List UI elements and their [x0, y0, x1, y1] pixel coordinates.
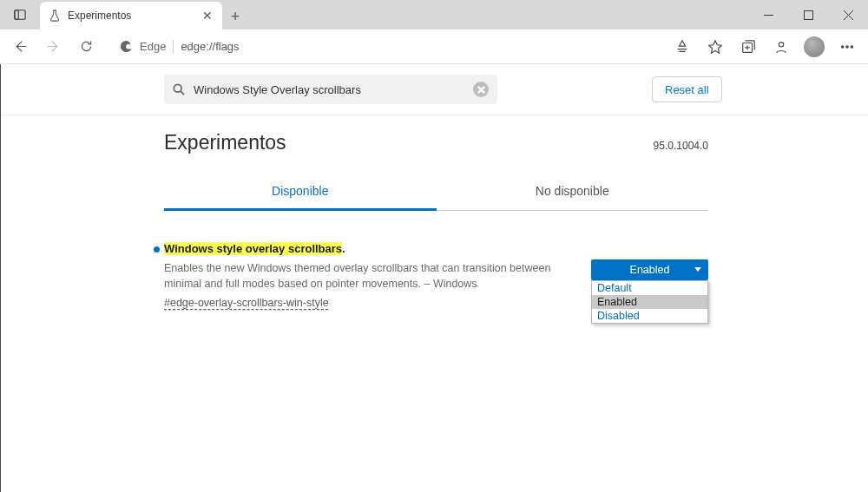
flag-description: Enables the new Windows themed overlay s… — [164, 260, 563, 292]
svg-rect-1 — [15, 10, 18, 20]
nav-forward-button[interactable] — [38, 33, 68, 61]
read-aloud-icon[interactable] — [667, 33, 698, 61]
modified-indicator-icon — [154, 246, 160, 253]
window-close-button[interactable] — [828, 0, 868, 30]
flag-title-suffix: . — [342, 242, 345, 255]
svg-point-8 — [841, 45, 843, 47]
nav-back-button[interactable] — [5, 33, 35, 61]
address-text: Edge edge://flags — [140, 40, 240, 54]
page-header: Reset all — [1, 64, 868, 115]
svg-point-10 — [851, 45, 852, 47]
profile-avatar[interactable] — [799, 33, 830, 61]
tab-available[interactable]: Disponible — [164, 175, 437, 211]
reset-all-button[interactable]: Reset all — [652, 76, 722, 102]
new-tab-button[interactable]: + — [222, 3, 248, 30]
menu-button[interactable] — [832, 33, 863, 61]
svg-rect-3 — [804, 10, 812, 19]
favorites-icon[interactable] — [700, 33, 731, 61]
page-title: Experimentos — [164, 131, 286, 154]
flag-id-link[interactable]: #edge-overlay-scrollbars-win-style — [164, 297, 329, 309]
account-icon[interactable] — [766, 33, 797, 61]
address-bar[interactable]: Edge edge://flags — [109, 34, 654, 60]
flag-option-disabled[interactable]: Disabled — [592, 309, 707, 323]
address-url: edge://flags — [181, 40, 239, 53]
svg-point-7 — [779, 42, 783, 46]
flags-search-input[interactable] — [194, 83, 464, 96]
flags-search-box[interactable] — [164, 75, 497, 104]
flask-icon — [49, 10, 61, 22]
edge-logo-icon — [119, 40, 133, 54]
page-content: Reset all Experimentos 95.0.1004.0 Dispo… — [0, 64, 868, 492]
flag-option-default[interactable]: Default — [592, 281, 707, 295]
close-icon — [477, 86, 485, 94]
flag-option-enabled[interactable]: Enabled — [592, 295, 707, 309]
nav-refresh-button[interactable] — [71, 33, 101, 61]
svg-line-12 — [181, 91, 184, 95]
collections-icon[interactable] — [733, 33, 764, 61]
window-maximize-button[interactable] — [788, 0, 828, 30]
address-source-label: Edge — [140, 40, 166, 53]
address-separator — [173, 40, 174, 54]
flag-select: Enabled Default Enabled Disabled — [591, 259, 708, 324]
version-label: 95.0.1004.0 — [654, 140, 708, 152]
window-titlebar: Experimentos ✕ + — [0, 0, 868, 30]
svg-point-9 — [846, 45, 848, 47]
window-controls — [748, 0, 868, 30]
browser-toolbar: Edge edge://flags — [0, 30, 868, 64]
browser-tab[interactable]: Experimentos ✕ — [40, 2, 222, 30]
flag-select-dropdown: Default Enabled Disabled — [591, 280, 708, 324]
tab-unavailable[interactable]: No disponible — [437, 175, 709, 210]
tab-actions-button[interactable] — [0, 0, 40, 30]
svg-rect-0 — [15, 10, 25, 20]
flag-title: Windows style overlay scrollbars. — [164, 242, 708, 255]
svg-point-11 — [174, 84, 181, 92]
search-clear-button[interactable] — [473, 82, 489, 97]
flag-item: Windows style overlay scrollbars. Enable… — [164, 242, 708, 310]
window-minimize-button[interactable] — [748, 0, 788, 30]
tab-close-button[interactable]: ✕ — [200, 8, 215, 23]
tab-title: Experimentos — [68, 10, 193, 22]
tabs: Disponible No disponible — [164, 175, 708, 211]
flag-title-highlight: Windows style overlay scrollbars — [164, 242, 342, 255]
search-icon — [173, 83, 185, 95]
flag-select-button[interactable]: Enabled — [591, 259, 708, 280]
